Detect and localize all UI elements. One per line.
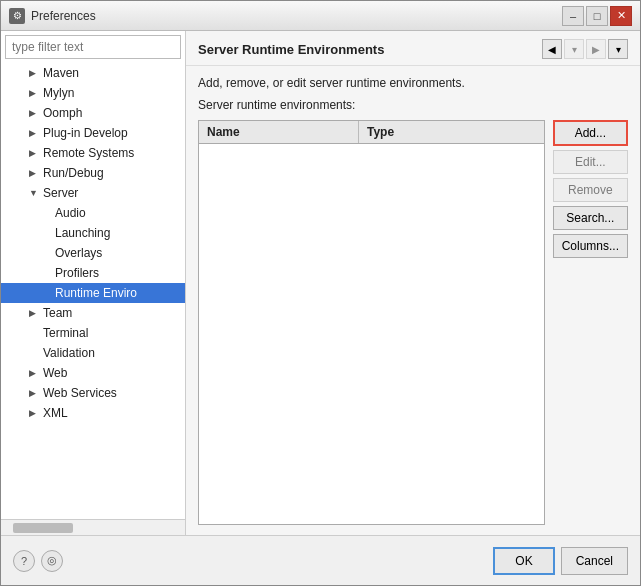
col-type-header: Type [359,121,544,143]
description-text: Add, remove, or edit server runtime envi… [198,76,628,90]
remove-button[interactable]: Remove [553,178,628,202]
maximize-button[interactable]: □ [586,6,608,26]
forward-button[interactable]: ▶ [586,39,606,59]
sidebar-item-label-run-debug: Run/Debug [43,166,104,180]
sidebar-item-label-mylyn: Mylyn [43,86,74,100]
help-icon: ? [21,555,27,567]
bottom-bar: ? ◎ OK Cancel [1,535,640,585]
dropdown-forward-button[interactable]: ▾ [608,39,628,59]
sidebar-item-label-overlays: Overlays [55,246,102,260]
sidebar-item-label-runtime-env: Runtime Enviro [55,286,137,300]
sidebar-item-xml[interactable]: ▶XML [1,403,185,423]
defaults-button[interactable]: ◎ [41,550,63,572]
bottom-left: ? ◎ [13,550,63,572]
sidebar-item-oomph[interactable]: ▶Oomph [1,103,185,123]
table-header: Name Type [199,121,544,144]
sidebar-item-label-plugin-dev: Plug-in Develop [43,126,128,140]
sidebar-item-audio[interactable]: Audio [1,203,185,223]
search-button[interactable]: Search... [553,206,628,230]
preferences-window: ⚙ Preferences – □ ✕ ▶Maven▶Mylyn▶Oomph▶P… [0,0,641,586]
ok-button[interactable]: OK [493,547,554,575]
sidebar-item-overlays[interactable]: Overlays [1,243,185,263]
panel-toolbar: ◀ ▾ ▶ ▾ [542,39,628,59]
expand-arrow-server: ▼ [29,188,39,198]
close-button[interactable]: ✕ [610,6,632,26]
titlebar-controls: – □ ✕ [562,6,632,26]
env-table: Name Type [198,120,545,525]
sidebar-item-runtime-env[interactable]: Runtime Enviro [1,283,185,303]
sidebar-item-run-debug[interactable]: ▶Run/Debug [1,163,185,183]
expand-arrow-xml: ▶ [29,408,39,418]
sidebar-item-profilers[interactable]: Profilers [1,263,185,283]
table-body[interactable] [199,144,544,524]
expand-arrow-maven: ▶ [29,68,39,78]
expand-arrow-web-services: ▶ [29,388,39,398]
sidebar-item-label-web-services: Web Services [43,386,117,400]
sidebar-item-server[interactable]: ▼Server [1,183,185,203]
sidebar-item-validation[interactable]: Validation [1,343,185,363]
sidebar-item-mylyn[interactable]: ▶Mylyn [1,83,185,103]
sidebar-item-remote-systems[interactable]: ▶Remote Systems [1,143,185,163]
sidebar-item-label-remote-systems: Remote Systems [43,146,134,160]
sidebar-item-label-oomph: Oomph [43,106,82,120]
panel-header: Server Runtime Environments ◀ ▾ ▶ ▾ [186,31,640,66]
sidebar-item-plugin-dev[interactable]: ▶Plug-in Develop [1,123,185,143]
sidebar-item-web-services[interactable]: ▶Web Services [1,383,185,403]
window-title: Preferences [31,9,96,23]
tree-area[interactable]: ▶Maven▶Mylyn▶Oomph▶Plug-in Develop▶Remot… [1,63,185,519]
table-wrapper: Name Type Add... Edit... Remove Search..… [198,120,628,525]
panel-title: Server Runtime Environments [198,42,384,57]
sidebar-item-label-terminal: Terminal [43,326,88,340]
expand-arrow-remote-systems: ▶ [29,148,39,158]
right-panel: Server Runtime Environments ◀ ▾ ▶ ▾ Add,… [186,31,640,535]
back-button[interactable]: ◀ [542,39,562,59]
defaults-icon: ◎ [47,554,57,567]
expand-arrow-web: ▶ [29,368,39,378]
col-name-header: Name [199,121,359,143]
section-label: Server runtime environments: [198,98,628,112]
expand-arrow-team: ▶ [29,308,39,318]
sidebar-item-label-server: Server [43,186,78,200]
expand-arrow-plugin-dev: ▶ [29,128,39,138]
expand-arrow-oomph: ▶ [29,108,39,118]
columns-button[interactable]: Columns... [553,234,628,258]
sidebar-item-label-launching: Launching [55,226,110,240]
add-button[interactable]: Add... [553,120,628,146]
scrollbar-thumb [13,523,73,533]
sidebar-item-web[interactable]: ▶Web [1,363,185,383]
expand-arrow-mylyn: ▶ [29,88,39,98]
sidebar-item-label-web: Web [43,366,67,380]
cancel-button[interactable]: Cancel [561,547,628,575]
sidebar-item-label-profilers: Profilers [55,266,99,280]
sidebar-item-team[interactable]: ▶Team [1,303,185,323]
horizontal-scrollbar[interactable] [1,519,185,535]
help-button[interactable]: ? [13,550,35,572]
panel-body: Add, remove, or edit server runtime envi… [186,66,640,535]
filter-input[interactable] [5,35,181,59]
dropdown-back-button[interactable]: ▾ [564,39,584,59]
sidebar-item-label-xml: XML [43,406,68,420]
bottom-right: OK Cancel [493,547,628,575]
content-area: ▶Maven▶Mylyn▶Oomph▶Plug-in Develop▶Remot… [1,31,640,535]
side-buttons: Add... Edit... Remove Search... Columns.… [553,120,628,525]
minimize-button[interactable]: – [562,6,584,26]
titlebar: ⚙ Preferences – □ ✕ [1,1,640,31]
sidebar-item-label-team: Team [43,306,72,320]
sidebar-item-maven[interactable]: ▶Maven [1,63,185,83]
app-icon: ⚙ [9,8,25,24]
sidebar-item-label-validation: Validation [43,346,95,360]
sidebar-item-label-maven: Maven [43,66,79,80]
sidebar-item-label-audio: Audio [55,206,86,220]
sidebar-item-terminal[interactable]: Terminal [1,323,185,343]
edit-button[interactable]: Edit... [553,150,628,174]
sidebar-item-launching[interactable]: Launching [1,223,185,243]
expand-arrow-run-debug: ▶ [29,168,39,178]
titlebar-left: ⚙ Preferences [9,8,96,24]
sidebar: ▶Maven▶Mylyn▶Oomph▶Plug-in Develop▶Remot… [1,31,186,535]
